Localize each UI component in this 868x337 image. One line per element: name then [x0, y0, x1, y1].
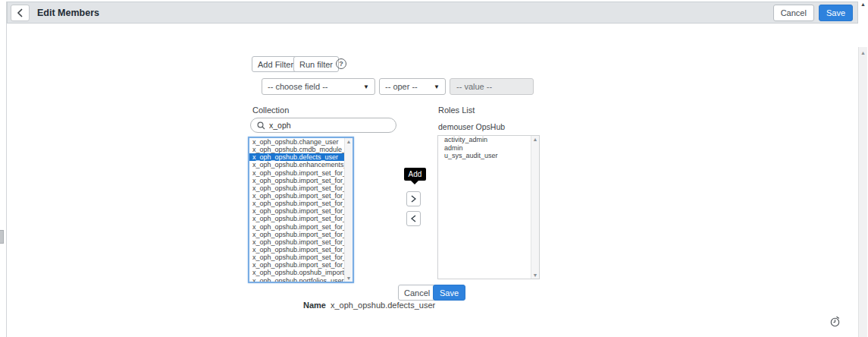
chevron-right-icon: [411, 195, 416, 203]
response-time-clock-icon[interactable]: [829, 316, 841, 327]
name-row: Name x_oph_opshub.defects_user: [303, 301, 435, 310]
value-input-disabled: -- value --: [450, 78, 534, 95]
collection-list-item[interactable]: x_oph_opshub.change_user: [249, 138, 344, 146]
name-label: Name: [303, 301, 326, 310]
help-icon[interactable]: ?: [336, 58, 346, 69]
header-save-button[interactable]: Save: [819, 5, 853, 21]
collection-list-item[interactable]: x_oph_opshub.import_set_for_e: [249, 192, 344, 200]
add-tooltip: Add: [404, 168, 426, 181]
content-scrollbar[interactable]: ▲: [858, 47, 867, 337]
collection-list-item[interactable]: x_oph_opshub.import_set_for_te: [249, 261, 344, 269]
search-icon: [257, 121, 265, 130]
collection-list-item[interactable]: x_oph_opshub.import_set_for_p: [249, 231, 344, 238]
roles-list-scrollbar[interactable]: ▲ ▼: [531, 136, 539, 279]
roles-list-item[interactable]: admin: [438, 144, 531, 153]
chevron-down-icon: ▼: [363, 83, 369, 90]
collection-label: Collection: [252, 106, 289, 115]
collection-listbox[interactable]: ▲ ▼ x_oph_opshub.change_userx_oph_opshub…: [248, 137, 354, 283]
chevron-down-icon: ▼: [434, 83, 440, 90]
collection-list-item[interactable]: x_oph_opshub.import_set_for_s: [249, 246, 344, 254]
roles-user-label: demouser OpsHub: [438, 122, 505, 131]
collection-list-item[interactable]: x_oph_opshub.cmdb_module_us: [249, 146, 344, 153]
header-actions: Cancel Save: [773, 5, 853, 21]
header-cancel-button[interactable]: Cancel: [773, 5, 814, 21]
collection-list-item[interactable]: x_oph_opshub.import_set_for_d: [249, 177, 344, 184]
scroll-down-icon[interactable]: ▼: [531, 272, 539, 278]
choose-field-value: -- choose field --: [268, 82, 327, 91]
header-bar: Edit Members Cancel Save: [7, 2, 858, 24]
roles-list-item[interactable]: u_sys_audit_user: [438, 152, 531, 160]
collection-list-item[interactable]: x_oph_opshub.portfolios_user: [249, 277, 344, 283]
collection-search-input[interactable]: [269, 121, 390, 130]
choose-field-dropdown[interactable]: -- choose field -- ▼: [262, 78, 375, 95]
scroll-up-icon[interactable]: ▲: [859, 50, 867, 55]
collection-search[interactable]: [250, 118, 396, 133]
oper-value: -- oper --: [385, 82, 418, 91]
collection-list-item[interactable]: x_oph_opshub.opshub_import_s: [249, 269, 344, 276]
transfer-remove-button[interactable]: [406, 211, 421, 226]
splitter-handle[interactable]: [0, 230, 4, 244]
roles-list-label: Roles List: [438, 106, 475, 115]
run-filter-button[interactable]: Run filter: [293, 56, 339, 72]
scroll-up-icon[interactable]: ▲: [345, 139, 353, 144]
collection-list-item[interactable]: x_oph_opshub.import_set_for_st: [249, 254, 344, 261]
collection-list-item[interactable]: x_oph_opshub.import_set_for_p: [249, 238, 344, 246]
chevron-left-icon: [17, 8, 24, 17]
edit-members-page: Edit Members Cancel Save Add Filter Run …: [0, 0, 868, 337]
footer-cancel-button[interactable]: Cancel: [398, 285, 436, 301]
roles-listbox[interactable]: ▲ ▼ activity_adminadminu_sys_audit_user: [437, 135, 540, 279]
panel-left-border: [6, 2, 7, 337]
scroll-up-icon[interactable]: ▲: [531, 137, 539, 142]
collection-list-scrollbar[interactable]: ▲ ▼: [344, 138, 353, 282]
collection-list-item[interactable]: x_oph_opshub.import_set_for_p: [249, 207, 344, 215]
chevron-left-icon: [411, 215, 416, 222]
transfer-add-button[interactable]: [406, 191, 421, 206]
roles-list-item[interactable]: activity_admin: [438, 136, 531, 144]
collection-list-item[interactable]: x_oph_opshub.defects_user: [249, 153, 344, 161]
oper-dropdown[interactable]: -- oper -- ▼: [379, 78, 446, 95]
back-button[interactable]: [11, 5, 30, 21]
footer-save-button[interactable]: Save: [433, 285, 465, 301]
collection-list-item[interactable]: x_oph_opshub.import_set_for_p: [249, 223, 344, 231]
collection-list-item[interactable]: x_oph_opshub.import_set_for_fr: [249, 200, 344, 207]
collection-list-item[interactable]: x_oph_opshub.import_set_for_e: [249, 184, 344, 192]
collection-list-item[interactable]: x_oph_opshub.import_set_for_p: [249, 215, 344, 222]
collection-list-item[interactable]: x_oph_opshub.import_set_for_cr: [249, 169, 344, 177]
scroll-down-icon[interactable]: ▼: [345, 276, 353, 281]
name-value: x_oph_opshub.defects_user: [331, 301, 435, 310]
add-filter-button[interactable]: Add Filter: [252, 56, 299, 72]
collection-list-item[interactable]: x_oph_opshub.enhancements_u: [249, 161, 344, 168]
page-title: Edit Members: [37, 8, 99, 18]
window-scroll-up-icon[interactable]: ▲: [860, 2, 866, 7]
